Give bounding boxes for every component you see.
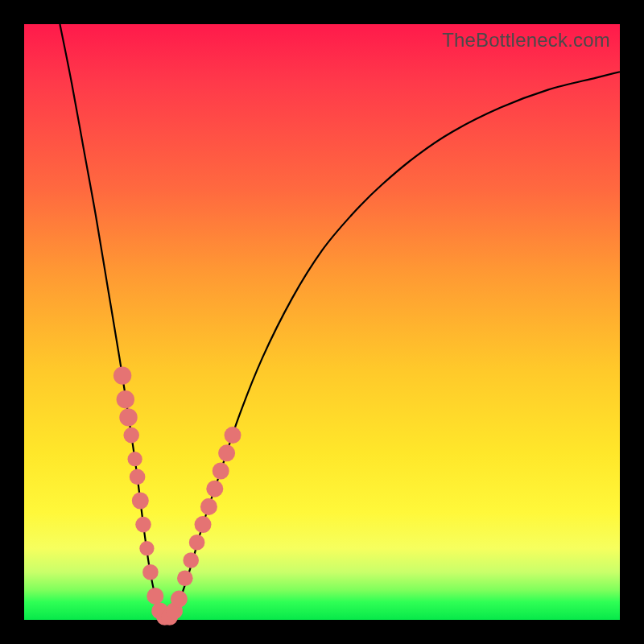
marker-dot — [135, 517, 151, 533]
marker-dot — [139, 541, 154, 555]
marker-dot — [142, 564, 159, 580]
marker-dot — [213, 463, 229, 480]
marker-dot — [225, 427, 242, 444]
marker-dot — [195, 516, 212, 533]
marker-dot — [183, 552, 199, 568]
marker-dot — [119, 408, 137, 426]
marker-group — [114, 366, 242, 625]
marker-dot — [128, 452, 142, 466]
marker-dot — [147, 588, 163, 605]
marker-dot — [117, 390, 134, 408]
marker-dot — [218, 444, 235, 461]
marker-dot — [200, 498, 217, 515]
marker-dot — [206, 481, 223, 497]
marker-dot — [189, 535, 205, 551]
marker-dot — [123, 427, 139, 444]
plot-area: TheBottleneck.com — [24, 24, 620, 620]
marker-dot — [177, 570, 193, 586]
outer-frame: TheBottleneck.com — [0, 0, 644, 644]
marker-dot — [132, 493, 149, 510]
marker-dot — [130, 469, 146, 485]
curve-svg — [24, 24, 620, 620]
marker-dot — [114, 366, 131, 384]
marker-dot — [171, 591, 188, 608]
